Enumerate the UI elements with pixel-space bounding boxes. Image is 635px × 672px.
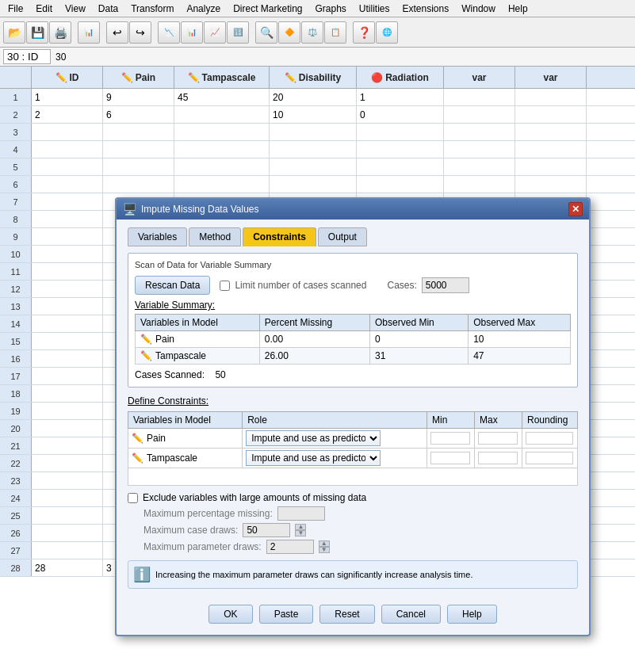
menu-edit[interactable]: Edit <box>29 2 59 16</box>
cell-pain[interactable] <box>103 158 174 175</box>
cell-tampascale[interactable]: 45 <box>174 89 270 105</box>
chart3-btn[interactable]: 📈 <box>204 21 226 44</box>
chart1-btn[interactable]: 📉 <box>158 21 180 44</box>
cell-pain[interactable] <box>103 141 174 158</box>
min-input[interactable] <box>430 452 470 464</box>
cell-id[interactable]: 1 <box>32 89 103 105</box>
max-param-draws-spinner[interactable]: ▲ ▼ <box>319 540 330 553</box>
table-row[interactable]: 6 <box>0 176 635 193</box>
role-select[interactable]: Impute and use as predictor Use as predi… <box>246 450 381 466</box>
dialog-close-button[interactable]: ✕ <box>568 202 583 216</box>
tab-method[interactable]: Method <box>189 227 241 246</box>
constraint-rounding-cell[interactable] <box>522 449 578 468</box>
col-header-var1[interactable]: var <box>444 67 515 89</box>
cell-id[interactable] <box>32 472 103 489</box>
table-row[interactable]: 5 <box>0 158 635 176</box>
help-button[interactable]: Help <box>447 605 497 624</box>
tab-variables[interactable]: Variables <box>128 227 187 246</box>
cell-radiation[interactable] <box>357 176 444 193</box>
constraint-min-cell[interactable] <box>427 449 475 468</box>
cell-radiation[interactable] <box>357 124 444 140</box>
table-row[interactable]: 2 2 6 10 0 <box>0 106 635 124</box>
constraint-max-cell[interactable] <box>475 429 522 449</box>
cell-id[interactable] <box>32 176 103 193</box>
col-header-radiation[interactable]: 🔴 Radiation <box>357 67 444 89</box>
cell-id[interactable] <box>32 298 103 315</box>
col-header-tampascale[interactable]: ✏️ Tampascale <box>174 67 270 89</box>
cell-disability[interactable] <box>270 124 357 140</box>
help-btn[interactable]: ❓ <box>353 21 375 44</box>
max-case-draws-input[interactable] <box>243 523 290 537</box>
col-header-id[interactable]: ✏️ ID <box>32 67 103 89</box>
cell-id[interactable] <box>32 246 103 262</box>
constraint-role-cell[interactable]: Impute and use as predictor Use as predi… <box>243 449 427 468</box>
cell-var1[interactable] <box>444 89 515 105</box>
cell-id[interactable] <box>32 525 103 541</box>
cell-id[interactable] <box>32 333 103 349</box>
scale-btn[interactable]: ⚖️ <box>301 21 323 44</box>
menu-direct-marketing[interactable]: Direct Marketing <box>227 2 308 16</box>
table-row[interactable]: 3 <box>0 124 635 141</box>
cell-var2[interactable] <box>515 89 587 105</box>
cell-id[interactable] <box>32 193 103 210</box>
save-btn[interactable]: 💾 <box>26 21 48 44</box>
cell-id[interactable] <box>32 507 103 524</box>
cell-id[interactable] <box>32 542 103 559</box>
info-btn[interactable]: 🌐 <box>376 21 398 44</box>
cell-radiation[interactable] <box>357 158 444 175</box>
cancel-button[interactable]: Cancel <box>381 605 441 624</box>
cell-id[interactable] <box>32 281 103 297</box>
cell-pain[interactable] <box>103 176 174 193</box>
paste-button[interactable]: Paste <box>259 605 314 624</box>
chart2-btn[interactable]: 📊 <box>181 21 203 44</box>
cell-var1[interactable] <box>444 124 515 140</box>
menu-file[interactable]: File <box>2 2 29 16</box>
cell-id[interactable] <box>32 315 103 332</box>
cell-disability[interactable]: 10 <box>270 106 357 123</box>
cell-tampascale[interactable] <box>174 141 270 158</box>
cell-var1[interactable] <box>444 141 515 158</box>
max-input[interactable] <box>478 452 518 464</box>
cell-id[interactable] <box>32 263 103 280</box>
cases-input[interactable] <box>422 277 469 293</box>
constraint-max-cell[interactable] <box>475 449 522 468</box>
spin-down-param[interactable]: ▼ <box>319 547 330 553</box>
cell-radiation[interactable]: 1 <box>357 89 444 105</box>
menu-graphs[interactable]: Graphs <box>308 2 352 16</box>
cell-id[interactable] <box>32 420 103 437</box>
menu-transform[interactable]: Transform <box>124 2 180 16</box>
cell-id[interactable]: 2 <box>32 106 103 123</box>
reset-button[interactable]: Reset <box>319 605 374 624</box>
spin-down[interactable]: ▼ <box>295 530 306 536</box>
cell-radiation[interactable]: 0 <box>357 106 444 123</box>
cell-ref-input[interactable] <box>3 49 51 64</box>
cell-id[interactable] <box>32 141 103 158</box>
cell-id[interactable] <box>32 403 103 419</box>
var-view-btn[interactable]: 📊 <box>78 21 100 44</box>
cell-var1[interactable] <box>444 158 515 175</box>
rounding-input[interactable] <box>526 452 573 464</box>
limit-cases-checkbox[interactable] <box>220 281 230 291</box>
cell-tampascale[interactable] <box>174 176 270 193</box>
cell-id[interactable] <box>32 385 103 402</box>
cell-id[interactable] <box>32 437 103 454</box>
print-btn[interactable]: 🖨️ <box>49 21 71 44</box>
tab-constraints[interactable]: Constraints <box>243 227 316 246</box>
menu-extensions[interactable]: Extensions <box>396 2 456 16</box>
table-row[interactable]: 4 <box>0 141 635 158</box>
rounding-input[interactable] <box>526 432 573 445</box>
menu-window[interactable]: Window <box>455 2 502 16</box>
filter-btn[interactable]: 🔶 <box>278 21 300 44</box>
cell-var2[interactable] <box>515 106 587 123</box>
cell-id[interactable] <box>32 124 103 140</box>
menu-utilities[interactable]: Utilities <box>353 2 396 16</box>
ok-button[interactable]: OK <box>208 605 252 624</box>
formula-value-input[interactable] <box>55 52 632 63</box>
redo-btn[interactable]: ↪ <box>129 21 151 44</box>
script-btn[interactable]: 📋 <box>324 21 346 44</box>
cell-var2[interactable] <box>515 158 587 175</box>
cell-id[interactable] <box>32 158 103 175</box>
constraint-min-cell[interactable] <box>427 429 475 449</box>
menu-data[interactable]: Data <box>92 2 124 16</box>
cell-tampascale[interactable] <box>174 158 270 175</box>
